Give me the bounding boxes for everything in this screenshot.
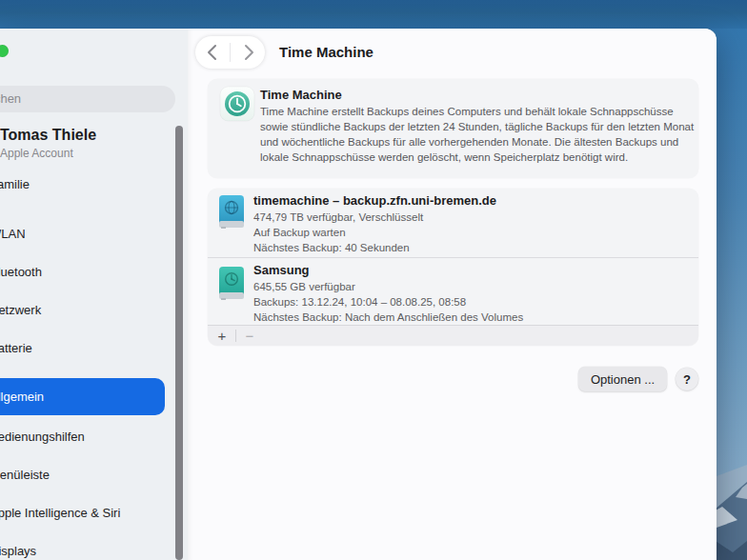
chevron-left-icon: [207, 44, 217, 61]
destination-detail: Nächstes Backup: Nach dem Anschließen de…: [253, 310, 523, 325]
sidebar-item-label: Menüleiste: [0, 468, 50, 482]
back-button[interactable]: [197, 38, 226, 67]
destination-detail: 474,79 TB verfügbar, Verschlüsselt: [253, 210, 423, 225]
sidebar-item-bedienungshilfen[interactable]: Bedienungshilfen: [0, 426, 165, 447]
sidebar-item-label: Allgemein: [0, 390, 44, 404]
backup-destination-row[interactable]: timemachine – backup.zfn.uni-bremen.de 4…: [208, 189, 698, 257]
destination-detail: Nächstes Backup: 40 Sekunden: [253, 240, 423, 255]
sidebar-item-bluetooth[interactable]: Bluetooth: [0, 261, 165, 282]
chevron-right-icon: [244, 44, 254, 61]
sidebar-item-familie[interactable]: Familie: [0, 173, 165, 194]
history-nav: [195, 36, 265, 69]
sidebar-item-label: Apple Intelligence & Siri: [0, 506, 120, 520]
help-button[interactable]: ?: [676, 368, 698, 390]
destination-details: 474,79 TB verfügbar, VerschlüsseltAuf Ba…: [253, 210, 423, 256]
sidebar-item-allgemein[interactable]: Allgemein: [0, 378, 165, 415]
sidebar: Suchen Tomas Thiele Apple Account Famili…: [0, 29, 189, 560]
destination-details: 645,55 GB verfügbarBackups: 13.12.24, 10…: [253, 279, 523, 326]
backup-destination-list: timemachine – backup.zfn.uni-bremen.de 4…: [208, 189, 698, 325]
menu-bar: [0, 0, 747, 29]
settings-pane: Time Machine: [188, 29, 717, 560]
pane-title: Time Machine: [279, 44, 374, 60]
info-card-description: Time Machine erstellt Backups deines Com…: [260, 104, 697, 165]
network-drive-icon: [219, 195, 244, 230]
sidebar-item-label: Familie: [0, 177, 30, 191]
toolbar-divider: [235, 330, 236, 342]
sidebar-item-batterie[interactable]: Batterie: [0, 337, 165, 358]
time-machine-app-icon: [219, 86, 255, 122]
account-name: Tomas Thiele: [0, 127, 96, 144]
sidebar-item-label: Batterie: [0, 341, 32, 355]
system-settings-window: Suchen Tomas Thiele Apple Account Famili…: [0, 29, 717, 560]
sidebar-item-label: Bluetooth: [0, 265, 42, 279]
add-destination-button[interactable]: +: [213, 327, 231, 346]
sidebar-item-label: Displays: [0, 544, 36, 558]
sidebar-item-apple-intelligence-siri[interactable]: Apple Intelligence & Siri: [0, 502, 165, 523]
sidebar-scrollbar[interactable]: [175, 126, 183, 560]
sidebar-item-displays[interactable]: Displays: [0, 540, 165, 560]
traffic-light-green[interactable]: [0, 45, 9, 57]
sidebar-item-wlan[interactable]: WLAN: [0, 223, 165, 244]
list-toolbar: + −: [208, 325, 698, 346]
destination-detail: Backups: 13.12.24, 10:04 – 08.08.25, 08:…: [253, 294, 523, 310]
desktop: Suchen Tomas Thiele Apple Account Famili…: [0, 0, 747, 560]
search-placeholder: Suchen: [0, 86, 21, 112]
destination-detail: Auf Backup warten: [253, 225, 423, 240]
sidebar-item-menueleiste[interactable]: Menüleiste: [0, 464, 165, 485]
destination-name: timemachine – backup.zfn.uni-bremen.de: [253, 193, 496, 208]
timemachine-drive-icon: [219, 267, 244, 301]
timemachine-info-card: Time Machine Time Machine erstellt Backu…: [208, 79, 698, 178]
sidebar-item-label: WLAN: [0, 227, 26, 241]
info-card-title: Time Machine: [260, 88, 342, 102]
options-button[interactable]: Optionen ...: [578, 367, 667, 391]
destination-name: Samsung: [253, 263, 310, 277]
backup-destination-row[interactable]: Samsung 645,55 GB verfügbarBackups: 13.1…: [208, 257, 698, 325]
sidebar-item-label: Bedienungshilfen: [0, 430, 85, 444]
destination-detail: 645,55 GB verfügbar: [253, 279, 523, 294]
backup-destinations-card: timemachine – backup.zfn.uni-bremen.de 4…: [208, 189, 698, 346]
nav-divider: [230, 43, 231, 62]
search-input[interactable]: Suchen: [0, 86, 175, 112]
account-subtitle: Apple Account: [0, 147, 73, 160]
forward-button[interactable]: [234, 38, 263, 67]
sidebar-item-label: Netzwerk: [0, 303, 41, 317]
remove-destination-button[interactable]: −: [241, 327, 258, 346]
sidebar-item-netzwerk[interactable]: Netzwerk: [0, 299, 165, 320]
